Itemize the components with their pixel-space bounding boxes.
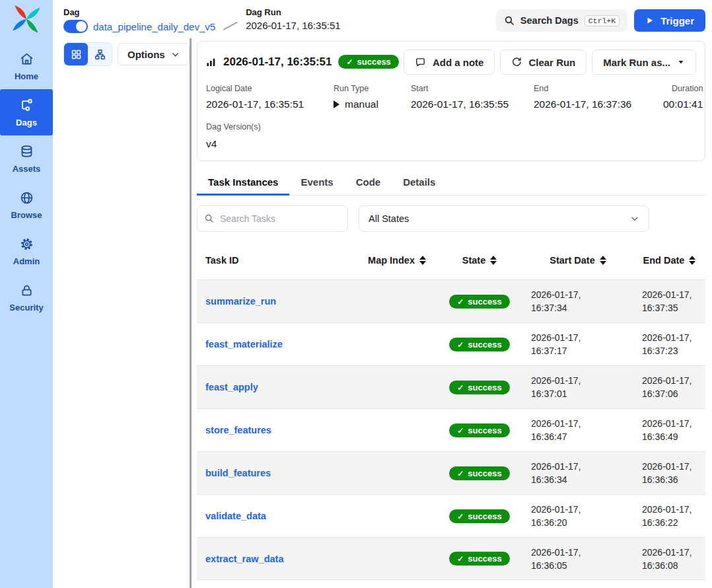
state-filter-value: All States bbox=[369, 213, 409, 224]
task-start-date: 2026-01-17, 16:37:01 bbox=[531, 374, 592, 400]
run-title: 2026-01-17, 16:35:51 bbox=[223, 55, 332, 69]
task-id-link[interactable]: summarize_run bbox=[205, 296, 276, 307]
column-header-task-id: Task ID bbox=[197, 255, 357, 266]
task-instances-table: Task ID Map Index State Start Date E bbox=[197, 248, 705, 580]
column-header-start-date[interactable]: Start Date bbox=[522, 255, 633, 266]
task-state-badge: success bbox=[449, 381, 509, 394]
table-header-row: Task ID Map Index State Start Date E bbox=[197, 248, 705, 274]
sort-icon[interactable] bbox=[600, 256, 606, 265]
search-tasks-input[interactable] bbox=[197, 205, 348, 232]
grid-panel: Options bbox=[53, 38, 190, 588]
add-note-label: Add a note bbox=[433, 57, 484, 68]
task-end-date: 2026-01-17, 16:37:06 bbox=[642, 374, 703, 400]
breadcrumb-separator bbox=[223, 17, 238, 34]
caret-down-icon bbox=[677, 58, 685, 66]
search-icon bbox=[204, 213, 214, 223]
view-toggle-group bbox=[63, 42, 112, 66]
sidebar-item-label: Dags bbox=[16, 118, 37, 128]
field-label: Start bbox=[411, 84, 534, 93]
task-state-text: success bbox=[468, 469, 501, 478]
graph-icon bbox=[94, 49, 106, 60]
field-duration: Duration 00:01:41 bbox=[663, 84, 703, 110]
task-id-link[interactable]: build_features bbox=[205, 468, 271, 478]
dag-label: Dag bbox=[63, 7, 215, 17]
sidebar-item-label: Admin bbox=[13, 256, 40, 266]
airflow-logo[interactable] bbox=[12, 0, 41, 43]
task-id-link[interactable]: validate_data bbox=[205, 511, 266, 521]
shortcut-badge: Ctrl+K bbox=[585, 15, 620, 26]
task-state-badge: success bbox=[449, 295, 509, 309]
task-id-link[interactable]: feast_materialize bbox=[205, 339, 283, 349]
version-label: Dag Version(s) bbox=[206, 122, 696, 131]
state-filter-select[interactable]: All States bbox=[359, 205, 649, 232]
clear-run-label: Clear Run bbox=[528, 57, 575, 68]
dag-pause-toggle[interactable] bbox=[63, 20, 88, 33]
globe-icon bbox=[20, 190, 34, 205]
sort-icon[interactable] bbox=[490, 256, 497, 265]
check-icon bbox=[457, 297, 464, 306]
task-state-text: success bbox=[468, 297, 501, 306]
sidebar: Home Dags Assets Browse Admin Security bbox=[0, 0, 53, 588]
task-id-link[interactable]: store_features bbox=[205, 425, 271, 435]
run-summary-card: 2026-01-17, 16:35:51 success Add a note bbox=[197, 41, 705, 161]
field-label: Run Type bbox=[334, 84, 411, 93]
sidebar-item-dags[interactable]: Dags bbox=[0, 89, 53, 135]
add-note-button[interactable]: Add a note bbox=[404, 50, 495, 75]
task-id-link[interactable]: extract_raw_data bbox=[205, 554, 284, 564]
top-header: Dag data_pipeline_daily_dev_v5 Dag Run 2… bbox=[53, 0, 712, 38]
check-icon bbox=[457, 383, 464, 392]
tab-code[interactable]: Code bbox=[345, 170, 392, 196]
field-label: Duration bbox=[672, 84, 703, 93]
search-dags-label: Search Dags bbox=[520, 15, 579, 26]
mark-run-as-button[interactable]: Mark Run as... bbox=[592, 50, 696, 75]
task-end-date: 2026-01-17, 16:36:49 bbox=[642, 417, 703, 443]
check-icon bbox=[457, 469, 464, 478]
task-end-date: 2026-01-17, 16:36:36 bbox=[642, 460, 703, 486]
sidebar-item-assets[interactable]: Assets bbox=[0, 135, 53, 182]
sidebar-item-label: Assets bbox=[13, 164, 41, 174]
task-id-link[interactable]: feast_apply bbox=[205, 382, 258, 392]
task-end-date: 2026-01-17, 16:36:08 bbox=[642, 546, 703, 572]
graph-view-button[interactable] bbox=[88, 43, 112, 65]
dag-name-link[interactable]: data_pipeline_daily_dev_v5 bbox=[93, 21, 215, 32]
field-start: Start 2026-01-17, 16:35:55 bbox=[411, 84, 534, 110]
task-state-badge: success bbox=[449, 423, 509, 437]
mark-run-as-label: Mark Run as... bbox=[603, 57, 670, 68]
sidebar-item-browse[interactable]: Browse bbox=[0, 182, 53, 228]
field-end: End 2026-01-17, 16:37:36 bbox=[534, 84, 663, 110]
tab-task-instances[interactable]: Task Instances bbox=[197, 170, 289, 196]
chevron-down-icon bbox=[630, 214, 639, 223]
sidebar-item-label: Browse bbox=[11, 210, 42, 220]
sidebar-item-label: Home bbox=[15, 71, 38, 81]
table-body: summarize_run success 2026-01-17, 16:37:… bbox=[197, 279, 705, 580]
column-header-state[interactable]: State bbox=[437, 255, 522, 266]
chevron-down-icon bbox=[171, 50, 180, 59]
search-dags-button[interactable]: Search Dags Ctrl+K bbox=[496, 9, 627, 32]
field-label: End bbox=[534, 84, 663, 93]
dag-run-details: 2026-01-17, 16:35:51 success Add a note bbox=[192, 38, 712, 588]
sidebar-item-home[interactable]: Home bbox=[0, 43, 53, 89]
sidebar-item-label: Security bbox=[9, 303, 43, 312]
sort-icon[interactable] bbox=[419, 256, 426, 265]
table-row: validate_data success 2026-01-17, 16:36:… bbox=[197, 494, 705, 537]
grid-view-button[interactable] bbox=[64, 43, 88, 65]
database-icon bbox=[20, 144, 34, 159]
table-row: extract_raw_data success 2026-01-17, 16:… bbox=[197, 537, 705, 580]
trigger-button[interactable]: Trigger bbox=[634, 9, 705, 32]
clear-run-button[interactable]: Clear Run bbox=[500, 50, 587, 75]
sidebar-item-security[interactable]: Security bbox=[0, 274, 53, 320]
column-header-map-index[interactable]: Map Index bbox=[357, 255, 437, 266]
tab-details[interactable]: Details bbox=[392, 170, 446, 196]
options-button[interactable]: Options bbox=[118, 43, 190, 65]
field-dag-versions: Dag Version(s) v4 bbox=[206, 122, 696, 150]
tab-events[interactable]: Events bbox=[289, 170, 344, 196]
task-start-date: 2026-01-17, 16:36:34 bbox=[531, 460, 592, 486]
gear-icon bbox=[20, 237, 34, 252]
sort-icon[interactable] bbox=[689, 256, 695, 265]
check-icon bbox=[457, 512, 464, 521]
column-header-end-date[interactable]: End Date bbox=[633, 255, 705, 266]
task-state-badge: success bbox=[449, 466, 509, 480]
sidebar-item-admin[interactable]: Admin bbox=[0, 228, 53, 274]
field-logical-date: Logical Date 2026-01-17, 16:35:51 bbox=[206, 84, 334, 110]
trigger-label: Trigger bbox=[660, 15, 694, 26]
